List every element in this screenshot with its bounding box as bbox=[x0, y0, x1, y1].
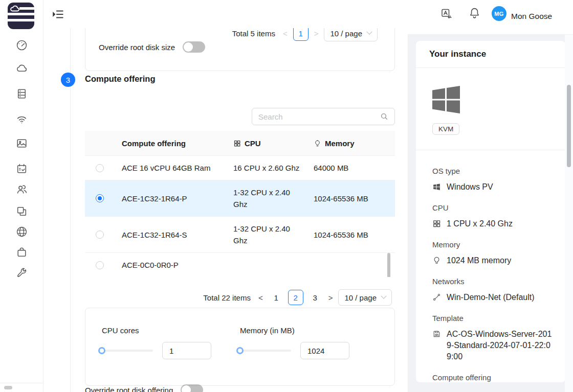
step-number-badge: 3 bbox=[61, 73, 75, 87]
sidebar-item-compute[interactable] bbox=[15, 62, 29, 75]
override-root-disk-offering-toggle[interactable] bbox=[181, 384, 203, 392]
sidebar-item-storage[interactable] bbox=[15, 87, 29, 101]
offering-name: ACE 16 vCPU 64GB Ram bbox=[116, 156, 227, 180]
column-header-compute-offering: Compute offering bbox=[116, 131, 227, 155]
offering-cpu bbox=[227, 259, 307, 271]
next-page-button[interactable]: > bbox=[327, 293, 335, 302]
cpu-cores-slider[interactable] bbox=[102, 350, 153, 352]
users-icon bbox=[15, 183, 28, 196]
network-icon bbox=[15, 113, 28, 126]
compute-offering-search bbox=[252, 108, 395, 125]
offering-row[interactable]: ACE-1C32-1R64-S1-32 CPU x 2.40 Ghz1024-6… bbox=[85, 217, 395, 253]
menu-unfold-icon[interactable] bbox=[51, 8, 64, 21]
offering-row[interactable]: ACE-1C32-1R64-P1-32 CPU x 2.40 Ghz1024-6… bbox=[85, 180, 395, 217]
offerings-icon bbox=[15, 246, 28, 259]
sidebar-item-users[interactable] bbox=[15, 183, 29, 196]
offering-memory: 64000 MB bbox=[307, 156, 395, 180]
notification-bell-icon[interactable] bbox=[468, 7, 481, 19]
page-button-2[interactable]: 2 bbox=[288, 290, 303, 305]
compute-offering-table: Compute offering CPU Memory ACE 16 vCPU … bbox=[85, 131, 395, 277]
prev-page-button[interactable]: < bbox=[257, 293, 265, 302]
cpu-icon bbox=[233, 140, 241, 147]
sidebar-item-dashboard[interactable] bbox=[15, 39, 29, 52]
sidebar-divider bbox=[0, 383, 43, 383]
offering-cpu: 16 CPU x 2.60 Ghz bbox=[227, 156, 307, 180]
section-value: Windows PV bbox=[432, 181, 553, 193]
table-body: ACE 16 vCPU 64GB Ram16 CPU x 2.60 Ghz640… bbox=[85, 156, 395, 277]
cloudstack-logo[interactable] bbox=[8, 3, 34, 29]
sidebar-item-tools[interactable] bbox=[15, 266, 29, 280]
your-instance-card: Your instance KVM OS typeWindows PVCPU1 … bbox=[416, 41, 565, 382]
tools-icon bbox=[15, 266, 28, 279]
override-root-disk-size-label: Override root disk size bbox=[99, 43, 175, 52]
offering-row[interactable]: ACE-0C0-0R0-P bbox=[85, 253, 395, 277]
summary-section: Compute offering bbox=[432, 373, 553, 382]
instance-wizard: Total 5 items < 1 > 10 / page Override r… bbox=[43, 28, 408, 392]
infrastructure-icon bbox=[15, 225, 28, 238]
prev-page-button[interactable]: < bbox=[281, 29, 289, 38]
chevron-down-icon bbox=[366, 29, 372, 35]
sidebar bbox=[0, 0, 43, 392]
table-scrollbar-thumb[interactable] bbox=[387, 253, 390, 277]
section-value: Win-Demo-Net (Default) bbox=[432, 292, 553, 303]
translate-icon[interactable] bbox=[440, 8, 453, 20]
bulb-icon bbox=[432, 256, 441, 265]
user-name[interactable]: Mon Goose bbox=[511, 12, 552, 21]
template-card: Total 5 items < 1 > 10 / page Override r… bbox=[85, 28, 395, 71]
section-value: AC-OS-Windows-Server-2019-Standard-2024-… bbox=[432, 329, 553, 362]
page-scrollbar-track[interactable] bbox=[565, 35, 573, 392]
offering-row[interactable]: ACE 16 vCPU 64GB Ram16 CPU x 2.60 Ghz640… bbox=[85, 156, 395, 180]
memory-slider[interactable] bbox=[240, 350, 291, 352]
search-input[interactable] bbox=[258, 112, 380, 121]
sidebar-item-infrastructure[interactable] bbox=[15, 225, 29, 239]
sidebar-item-images[interactable] bbox=[15, 137, 29, 150]
page-size-select[interactable]: 10 / page bbox=[338, 289, 392, 306]
storage-icon bbox=[15, 87, 28, 100]
override-root-disk-offering-label: Override root disk offering bbox=[85, 386, 173, 392]
summary-section: OS typeWindows PV bbox=[432, 167, 553, 193]
sidebar-item-domains[interactable] bbox=[15, 205, 29, 218]
memory-slider-handle[interactable] bbox=[236, 347, 244, 354]
domains-icon bbox=[15, 205, 28, 218]
header-right: MG Mon Goose bbox=[408, 0, 573, 35]
total-items-label: Total 5 items bbox=[232, 29, 275, 38]
template-pagination: Total 5 items < 1 > 10 / page bbox=[232, 28, 378, 41]
page-button-3[interactable]: 3 bbox=[307, 290, 323, 305]
cpu-cores-label: CPU cores bbox=[102, 326, 139, 335]
memory-label: Memory (in MB) bbox=[240, 326, 295, 335]
offering-radio[interactable] bbox=[96, 164, 104, 172]
page-button[interactable]: 1 bbox=[293, 28, 308, 41]
offering-radio[interactable] bbox=[96, 230, 104, 239]
windows-logo bbox=[432, 86, 460, 113]
memory-input[interactable] bbox=[300, 342, 349, 359]
offering-memory: 1024-65536 MB bbox=[307, 223, 395, 247]
custom-compute-card: CPU cores Memory (in MB) bbox=[85, 308, 395, 386]
dashboard-icon bbox=[15, 39, 28, 52]
offering-radio[interactable] bbox=[96, 261, 104, 269]
section-label: Memory bbox=[432, 240, 553, 249]
cpu-cores-input[interactable] bbox=[162, 342, 211, 359]
offering-memory bbox=[307, 259, 395, 271]
hypervisor-badge: KVM bbox=[432, 123, 459, 135]
section-value: 1 CPU x 2.40 Ghz bbox=[432, 218, 553, 229]
offering-memory: 1024-65536 MB bbox=[307, 187, 395, 211]
offering-radio[interactable] bbox=[96, 194, 104, 202]
save-icon bbox=[432, 330, 441, 338]
cpu-slider-handle[interactable] bbox=[98, 347, 105, 354]
page-scrollbar-thumb[interactable] bbox=[567, 85, 571, 167]
page-button-1[interactable]: 1 bbox=[269, 290, 284, 305]
divider bbox=[416, 150, 565, 150]
step-title: Compute offering bbox=[85, 74, 156, 84]
section-label: Template bbox=[432, 314, 553, 322]
sidebar-item-events[interactable] bbox=[15, 163, 29, 176]
override-root-disk-size-toggle[interactable] bbox=[183, 41, 205, 53]
page-size-select[interactable]: 10 / page bbox=[324, 28, 378, 41]
sidebar-scrollbar-thumb[interactable] bbox=[4, 386, 12, 389]
sidebar-item-offerings[interactable] bbox=[15, 246, 29, 259]
sidebar-item-network[interactable] bbox=[15, 113, 29, 126]
cpu-icon bbox=[432, 219, 441, 228]
next-page-button[interactable]: > bbox=[313, 29, 320, 38]
events-icon bbox=[15, 163, 28, 175]
user-avatar[interactable]: MG bbox=[492, 6, 506, 21]
search-icon[interactable] bbox=[380, 112, 388, 121]
